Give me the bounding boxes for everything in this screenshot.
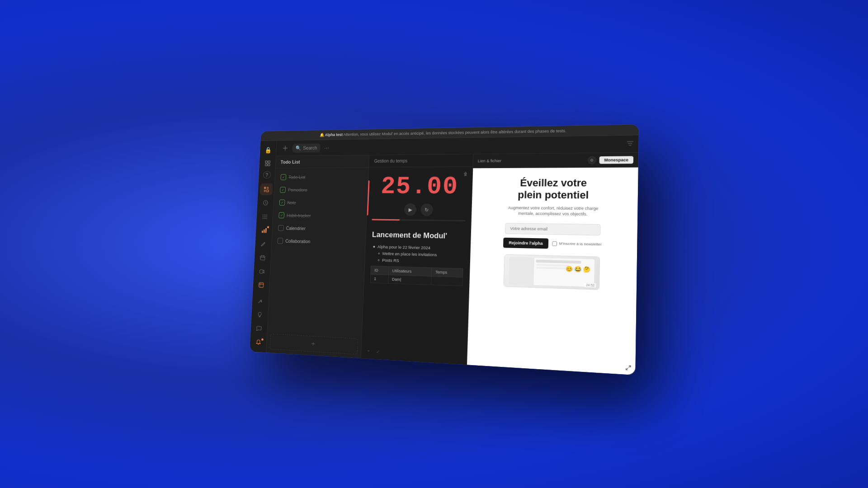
tools-icon[interactable]	[254, 294, 267, 307]
todo-edit-5[interactable]: ✏	[344, 225, 351, 233]
todo-check-2[interactable]	[280, 187, 286, 193]
svg-line-25	[260, 283, 261, 287]
timer-delete-btn[interactable]: 🗑	[462, 169, 470, 178]
svg-rect-0	[265, 161, 267, 163]
timer-progress-fill	[372, 219, 399, 221]
landing-headline: Éveillez votre plein potentiel	[518, 177, 589, 202]
landing-tab-btn[interactable]: Monespace	[599, 156, 633, 164]
landing-body: Éveillez votre plein potentiel Augmentez…	[467, 168, 638, 375]
bell-icon[interactable]	[252, 336, 265, 349]
svg-rect-16	[263, 230, 264, 233]
svg-rect-7	[266, 190, 269, 192]
pomodoro-title: Gestion du temps	[374, 159, 407, 164]
todo-check-3[interactable]	[279, 200, 285, 206]
landing-expand-btn[interactable]	[625, 365, 632, 371]
edit-icon[interactable]	[257, 238, 270, 250]
toolbar-more-btn[interactable]: ···	[322, 143, 331, 152]
todo-item-1[interactable]: Todo List ✏ 🗑	[277, 170, 366, 183]
todo-list: Todo List ✏ 🗑 Pomodoro	[268, 168, 368, 335]
sub-bullet-text-2: Posts RS	[382, 258, 399, 263]
clock-icon[interactable]	[259, 197, 272, 209]
landing-toolbar-label: Lien & fichier	[478, 159, 502, 163]
table-cell-user[interactable]: Dam|	[388, 275, 431, 285]
sub-bullet-dot-1	[378, 253, 380, 254]
todo-label-6: Collaboration	[285, 238, 341, 244]
svg-rect-18	[260, 256, 265, 260]
todo-item-6[interactable]: Collaboration ✏ 🗑	[274, 235, 363, 249]
todo-panel: Todo List Todo List ✏ 🗑	[266, 155, 369, 358]
table-cell-id: 1	[370, 274, 388, 283]
todo-check-5[interactable]	[278, 225, 284, 231]
sub-bullets: Mettre en place les invitations Posts RS	[373, 251, 463, 265]
todo-edit-6[interactable]: ✏	[343, 238, 351, 246]
expand-icon-2[interactable]: ⤢	[374, 347, 382, 356]
todo-item-2[interactable]: Pomodoro ✏ 🗑	[277, 183, 365, 197]
landing-subtext: Augmentez votre confort, réduisez votre …	[505, 205, 601, 217]
todo-check-4[interactable]	[278, 212, 284, 218]
table-row-1: 1 Dam|	[370, 274, 462, 286]
toolbar-filter-btn[interactable]	[627, 140, 634, 148]
bulb-icon[interactable]	[253, 308, 266, 321]
timer-display: 25.00	[381, 174, 459, 199]
cta-button[interactable]: Rejoindre l'alpha	[503, 238, 548, 249]
landing-settings-btn[interactable]: ⚙	[588, 156, 597, 164]
expand-controls: + ⤢	[364, 347, 382, 356]
todo-check-1[interactable]	[280, 174, 286, 180]
todo-delete-5[interactable]: 🗑	[352, 225, 360, 233]
layout-icon[interactable]	[261, 158, 274, 169]
schedule-icon[interactable]	[255, 279, 268, 291]
toolbar-left: 🔍 Search ···	[280, 142, 331, 153]
expand-icon-1[interactable]: +	[364, 347, 373, 356]
todo-delete-4[interactable]: 🗑	[353, 212, 361, 221]
screenshot-timestamp: 24:52	[585, 283, 596, 287]
todo-delete-2[interactable]: 🗑	[354, 186, 362, 194]
svg-rect-17	[265, 228, 266, 233]
todo-delete-6[interactable]: 🗑	[352, 239, 359, 247]
timer-reset-btn[interactable]: ↻	[420, 203, 433, 216]
list-icon[interactable]	[258, 211, 271, 223]
bullet-text-1: Alpha pour le 22 février 2024	[377, 244, 430, 250]
svg-rect-15	[262, 230, 263, 233]
svg-rect-5	[267, 187, 269, 189]
help-icon[interactable]: ?	[263, 171, 271, 179]
newsletter-checkbox[interactable]	[552, 241, 557, 246]
todo-edit-1[interactable]: ✏	[346, 173, 354, 181]
todo-label-5: Calendrier	[286, 225, 341, 231]
sub-bullet-1: Mettre en place les invitations	[378, 251, 463, 258]
todo-item-5[interactable]: Calendrier ✏ 🗑	[274, 221, 363, 236]
timer-play-btn[interactable]: ▶	[404, 203, 416, 216]
alpha-banner-title: 🔔 Alpha test	[320, 132, 343, 137]
todo-edit-4[interactable]: ✏	[344, 212, 352, 220]
lock-icon[interactable]: 🔒	[262, 144, 275, 156]
document-section: + ⤢ Lancement de Modul' Alpha pour	[361, 225, 471, 365]
todo-edit-2[interactable]: ✏	[345, 186, 353, 194]
todo-item-4[interactable]: Habit-tracker ✏ 🗑	[275, 209, 364, 223]
chart-icon[interactable]	[257, 224, 270, 236]
video-icon[interactable]	[255, 265, 269, 278]
todo-panel-header: Todo List	[276, 155, 369, 169]
svg-rect-4	[264, 187, 266, 189]
app-container: 🔔 Alpha test Attention, vous utilisez Mo…	[250, 124, 639, 375]
table-header-time: Temps	[431, 267, 463, 277]
toolbar-icon-1[interactable]	[280, 143, 290, 154]
todo-delete-1[interactable]: 🗑	[354, 173, 362, 181]
sub-bullet-dot-2	[378, 259, 380, 261]
todo-edit-3[interactable]: ✏	[345, 199, 353, 207]
pomodoro-header: Gestion du temps	[369, 155, 473, 168]
chat-icon[interactable]	[252, 322, 265, 335]
svg-point-12	[262, 215, 263, 216]
landing-email-input[interactable]	[505, 223, 601, 235]
document-title: Lancement de Modul'	[372, 230, 464, 242]
calendar-icon[interactable]	[256, 251, 269, 263]
todo-delete-3[interactable]: 🗑	[354, 199, 361, 207]
add-todo-btn[interactable]: +	[270, 333, 358, 354]
landing-toolbar: Lien & fichier ⚙ Monespace	[473, 153, 638, 168]
todo-check-6[interactable]	[277, 238, 283, 244]
todo-item-3[interactable]: Note ✏ 🗑	[276, 196, 364, 210]
modules-icon[interactable]	[259, 183, 273, 195]
search-box[interactable]: 🔍 Search	[292, 143, 321, 152]
svg-rect-23	[259, 283, 264, 288]
bell-notification-dot	[261, 338, 264, 340]
todo-label-4: Habit-tracker	[287, 213, 342, 219]
content-area: 🔍 Search ···	[266, 135, 639, 375]
